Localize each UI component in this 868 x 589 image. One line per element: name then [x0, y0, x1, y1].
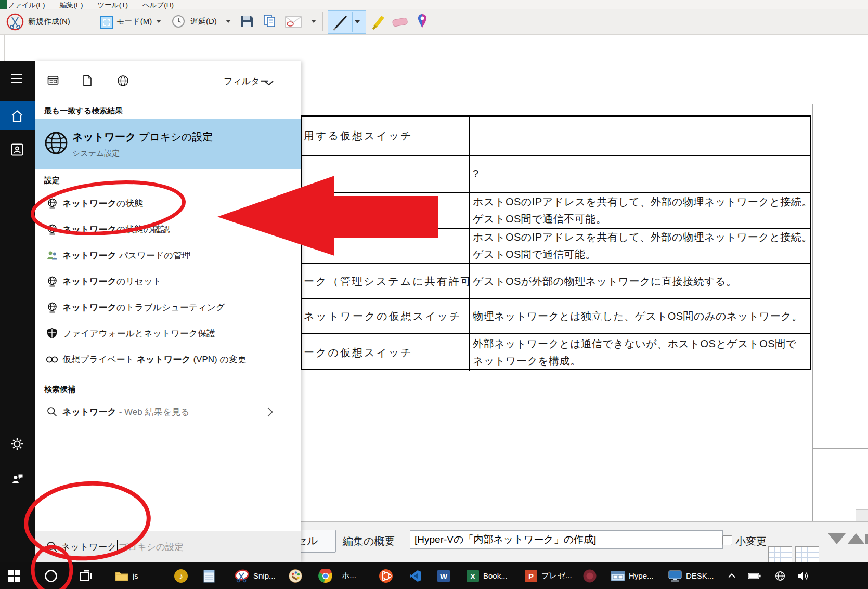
- table-cell-right: 外部ネットワークとは通信できないが、ホストOSとゲストOS間でネットワークを構成…: [470, 334, 810, 371]
- table-row: ークの仮想スイッチ外部ネットワークとは通信できないが、ホストOSとゲストOS間で…: [302, 334, 810, 371]
- email-icon[interactable]: [285, 16, 302, 30]
- table-cell-right: ホストOSのIPアドレスを共有して、外部の物理ネットワークと接続。ゲストOS間で…: [470, 193, 810, 228]
- filter-apps-icon[interactable]: [47, 75, 59, 88]
- mode-dropdown-caret[interactable]: [156, 20, 161, 23]
- taskbar-item-paint[interactable]: [288, 562, 303, 589]
- settings-item-0[interactable]: ネットワークの状態: [35, 190, 301, 216]
- filter-documents-icon[interactable]: [83, 75, 92, 88]
- settings-item-1[interactable]: ネットワークの状態の確認: [35, 216, 301, 242]
- svg-text:W: W: [440, 572, 448, 581]
- taskbar-item-excel[interactable]: XBook...: [466, 562, 508, 589]
- taskbar-item-start[interactable]: [7, 562, 21, 589]
- menu-item-3[interactable]: ヘルプ(H): [142, 0, 174, 9]
- taskbar-item-chrome[interactable]: ホ...: [318, 562, 356, 589]
- settings-gear-icon[interactable]: [11, 438, 23, 452]
- chevron-down-icon[interactable]: [264, 78, 274, 88]
- settings-item-label: ネットワークのリセット: [62, 276, 162, 287]
- settings-item-4[interactable]: ネットワークのトラブルシューティング: [35, 294, 301, 320]
- taskbar-item-word[interactable]: W: [437, 562, 450, 589]
- email-dropdown-caret[interactable]: [311, 20, 316, 23]
- taskbar-item-task-view[interactable]: [79, 562, 94, 589]
- music-icon: ♪: [174, 569, 188, 583]
- web-search-suggestion[interactable]: ネットワーク - Web 結果を見る: [35, 398, 301, 425]
- search-home-tab[interactable]: [0, 101, 35, 130]
- taskbar-item-remote-desktop[interactable]: DESK...: [668, 562, 714, 589]
- table-template-icon[interactable]: [795, 546, 819, 564]
- screenshot-root: ファイル(F)編集(E)ツール(T)ヘルプ(H) 新規作成(N) モード(M) …: [0, 0, 868, 589]
- taskbar-item-music[interactable]: ♪: [174, 562, 188, 589]
- save-icon[interactable]: [240, 15, 254, 30]
- table-row: ネットワークの仮想スイッチ物理ネットワークとは独立した、ゲストOS間のみのネット…: [302, 299, 810, 334]
- settings-item-6[interactable]: 仮想プライベート ネットワーク (VPN) の変更: [35, 346, 301, 372]
- menu-item-2[interactable]: ツール(T): [98, 0, 128, 9]
- tray-volume-icon[interactable]: [797, 562, 809, 589]
- new-button[interactable]: 新規作成(N): [28, 17, 70, 27]
- settings-item-3[interactable]: ネットワークのリセット: [35, 268, 301, 294]
- settings-item-label: ネットワークの状態の確認: [62, 224, 170, 235]
- table-row: ホストOSのIPアドレスを共有して、外部の物理ネットワークと接続。ゲストOS間で…: [302, 193, 810, 229]
- taskbar-item-notepad[interactable]: [203, 562, 215, 589]
- chevron-right-icon[interactable]: [267, 407, 274, 420]
- taskbar-item-cortana[interactable]: [44, 562, 58, 589]
- filter-web-icon[interactable]: [117, 75, 129, 89]
- taskbar-item-label: Book...: [483, 571, 508, 580]
- tray-battery-icon[interactable]: [748, 562, 761, 589]
- tray-chevron-up-icon[interactable]: [727, 562, 736, 589]
- copy-icon[interactable]: [263, 14, 277, 30]
- pen-icon: [330, 11, 351, 32]
- best-match-result[interactable]: ネットワーク プロキシの設定 システム設定: [35, 119, 301, 169]
- paint-icon: [288, 569, 303, 583]
- settings-item-2[interactable]: ネットワーク パスワードの管理: [35, 242, 301, 268]
- taskbar-item-label: js: [133, 571, 138, 580]
- excel-window-edge: [0, 0, 7, 9]
- filter-dropdown[interactable]: フィルター: [224, 75, 269, 87]
- delay-dropdown-caret[interactable]: [226, 20, 231, 23]
- table-cell-right: ゲストOSが外部の物理ネットワークに直接接続する。: [470, 264, 810, 298]
- taskbar-item-ubuntu[interactable]: [379, 562, 393, 589]
- eraser-icon[interactable]: [390, 16, 411, 31]
- resize-grip[interactable]: [856, 509, 868, 522]
- network-globe-icon: [46, 302, 58, 313]
- network-globe-icon: [46, 276, 58, 287]
- mode-button[interactable]: モード(M): [116, 17, 152, 27]
- table-cell-left: [302, 229, 470, 263]
- edit-summary-input[interactable]: [410, 530, 723, 549]
- window-left-edge: [4, 34, 5, 61]
- menu-item-0[interactable]: ファイル(F): [7, 0, 45, 9]
- taskbar-item-hyperv[interactable]: Hype...: [611, 562, 654, 589]
- table-cell-right: ホストOSのIPアドレスを共有して、外部の物理ネットワークと接続。ゲストOS間で…: [470, 229, 810, 263]
- taskbar-item-vscode[interactable]: [409, 562, 422, 589]
- table-template-icon[interactable]: [768, 546, 792, 564]
- taskbar-item-red-app[interactable]: [582, 562, 597, 589]
- menu-item-1[interactable]: 編集(E): [60, 0, 83, 9]
- arrow-down-icon[interactable]: [828, 533, 846, 544]
- feedback-icon[interactable]: [11, 473, 23, 488]
- arrow-up-icon[interactable]: [847, 533, 865, 544]
- best-match-title: ネットワーク プロキシの設定: [72, 130, 213, 144]
- remote-desktop-icon: [668, 570, 682, 582]
- browser-window-edge: [812, 448, 868, 449]
- ubuntu-icon: [379, 569, 393, 583]
- taskbar-item-explorer[interactable]: js: [114, 562, 138, 589]
- taskbar-item-snipping-tool[interactable]: Snip...: [234, 562, 276, 589]
- taskbar-item-powerpoint[interactable]: Pプレゼ...: [524, 562, 572, 589]
- search-icon: [46, 407, 58, 417]
- table-cell-left: ーク（管理システムに共有許可）: [302, 264, 470, 298]
- search-box-text: ネットワークプロキシの設定: [61, 531, 184, 562]
- pen-tool-selected[interactable]: [328, 10, 366, 34]
- new-snip-icon: [6, 13, 24, 33]
- pin-icon[interactable]: [416, 13, 429, 32]
- table-cell-left: [302, 156, 470, 192]
- highlighter-icon[interactable]: [370, 13, 386, 33]
- minor-edit-checkbox[interactable]: [722, 535, 732, 545]
- hamburger-menu-icon[interactable]: [11, 74, 22, 86]
- search-box[interactable]: ネットワークプロキシの設定: [35, 531, 301, 562]
- tray-network-icon[interactable]: [775, 562, 785, 589]
- taskbar-item-label: Hype...: [629, 571, 654, 580]
- delay-button[interactable]: 遅延(D): [190, 17, 217, 27]
- table-cell-right: [470, 117, 810, 155]
- suggestions-header: 検索候補: [44, 385, 75, 395]
- contacts-icon[interactable]: [11, 143, 23, 158]
- settings-header: 設定: [44, 176, 60, 186]
- settings-item-5[interactable]: ファイアウォールとネットワーク保護: [35, 320, 301, 346]
